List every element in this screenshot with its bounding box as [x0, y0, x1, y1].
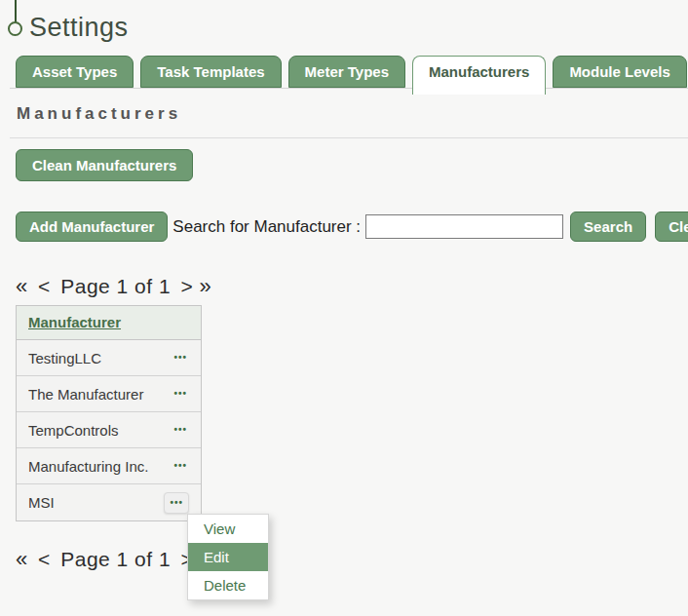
menu-item-view[interactable]: View: [188, 515, 268, 543]
manufacturer-name: TestingLLC: [28, 350, 101, 366]
pagination-top: « < Page 1 of 1 > »: [16, 274, 211, 299]
prev-page-button[interactable]: <: [38, 548, 51, 570]
tab-manufacturers[interactable]: Manufacturers: [412, 56, 546, 95]
tab-module-levels[interactable]: Module Levels: [553, 56, 686, 88]
settings-tab-bar: Asset Types Task Templates Meter Types M…: [16, 56, 687, 95]
page-indicator: Page 1 of 1: [60, 275, 171, 297]
table-row: TempControls •••: [17, 412, 201, 448]
clean-manufacturers-button[interactable]: Clean Manufacturers: [16, 149, 193, 181]
first-page-button[interactable]: «: [16, 274, 28, 298]
section-heading: Manufacturers: [17, 104, 181, 124]
row-actions-menu-icon[interactable]: •••: [172, 349, 189, 366]
timeline-circle-icon: [8, 21, 22, 36]
row-actions-menu-icon[interactable]: •••: [172, 385, 189, 403]
table-row: Manufacturing Inc. •••: [17, 448, 201, 484]
add-manufacturer-button[interactable]: Add Manufacturer: [16, 212, 168, 242]
last-page-button[interactable]: »: [200, 274, 212, 298]
page-title: Settings: [29, 13, 129, 43]
table-row: The Manufacturer •••: [17, 376, 201, 412]
search-input[interactable]: [365, 214, 563, 239]
timeline-decor-line: [15, 0, 17, 22]
first-page-button[interactable]: «: [16, 547, 28, 571]
toolbar-row: Add Manufacturer Search for Manufacturer…: [16, 212, 688, 242]
page-indicator: Page 1 of 1: [60, 548, 171, 570]
search-button[interactable]: Search: [570, 212, 646, 242]
tab-meter-types[interactable]: Meter Types: [288, 56, 405, 88]
row-actions-context-menu: View Edit Delete: [187, 514, 269, 600]
manufacturer-name: The Manufacturer: [28, 386, 143, 403]
clear-button[interactable]: Clear: [655, 212, 688, 242]
table-row: TestingLLC •••: [17, 340, 201, 376]
tab-asset-types[interactable]: Asset Types: [16, 56, 134, 88]
row-actions-menu-icon[interactable]: •••: [172, 457, 189, 475]
table-row: MSI •••: [17, 484, 201, 520]
manufacturer-name: Manufacturing Inc.: [28, 458, 148, 475]
search-label: Search for Manufacturer :: [172, 217, 361, 237]
menu-item-delete[interactable]: Delete: [188, 571, 268, 599]
row-actions-menu-icon[interactable]: •••: [172, 421, 189, 439]
manufacturers-table: Manufacturer TestingLLC ••• The Manufact…: [16, 305, 202, 521]
next-page-button[interactable]: >: [180, 275, 193, 297]
row-actions-menu-icon-open[interactable]: •••: [164, 492, 189, 514]
pagination-bottom: « < Page 1 of 1 > »: [16, 547, 211, 572]
table-header-row: Manufacturer: [17, 306, 201, 340]
manufacturer-name: TempControls: [28, 422, 119, 439]
menu-item-edit[interactable]: Edit: [188, 543, 268, 571]
column-header-manufacturer[interactable]: Manufacturer: [28, 314, 121, 330]
section-divider: [10, 137, 688, 138]
tab-task-templates[interactable]: Task Templates: [140, 56, 281, 88]
manufacturer-name: MSI: [28, 494, 55, 511]
prev-page-button[interactable]: <: [38, 275, 51, 297]
